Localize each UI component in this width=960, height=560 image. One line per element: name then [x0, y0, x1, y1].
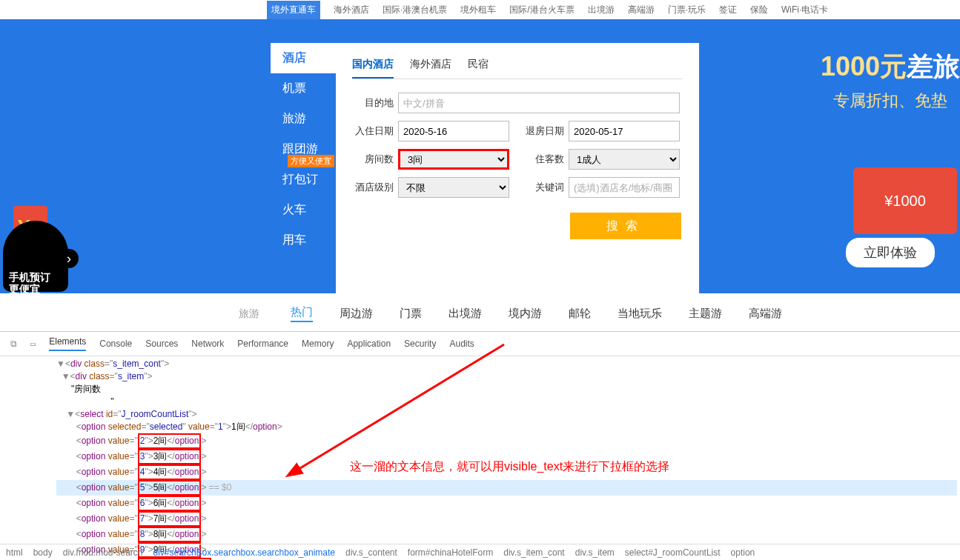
promo-card: ¥1000	[853, 167, 957, 234]
keyword-input[interactable]	[569, 177, 680, 198]
topnav-item[interactable]: 高端游	[628, 4, 655, 16]
topnav-item[interactable]: 海外酒店	[334, 4, 369, 16]
search-sidebar: 酒店 机票 旅游 跟团游方便又便宜 打包订 火车 用车	[271, 43, 336, 293]
room-count-select[interactable]: 3间	[398, 149, 509, 170]
devtab-performance[interactable]: Performance	[237, 339, 288, 349]
sidebar-flight[interactable]: 机票	[271, 73, 336, 104]
sidebar-travel[interactable]: 旅游	[271, 104, 336, 134]
tab-domestic[interactable]: 国内酒店	[352, 58, 394, 79]
label-checkin: 入住日期	[352, 124, 394, 138]
sub-nav: 旅游 热门 周边游 门票 出境游 境内游 邮轮 当地玩乐 主题游 高端游	[0, 293, 960, 331]
hotel-tabs: 国内酒店 海外酒店 民宿	[352, 58, 683, 79]
label-keyword: 关键词	[523, 181, 564, 194]
devtab-network[interactable]: Network	[191, 339, 224, 349]
sidebar-train[interactable]: 火车	[271, 195, 336, 225]
devtab-security[interactable]: Security	[404, 339, 436, 349]
guest-count-select[interactable]: 1成人	[569, 149, 680, 170]
label-rooms: 房间数	[352, 153, 394, 166]
subnav-item[interactable]: 境内游	[509, 307, 542, 321]
topnav-item[interactable]: 国际·港澳台机票	[383, 4, 447, 16]
subnav-item[interactable]: 邮轮	[569, 307, 591, 321]
devtools-breadcrumb[interactable]: html body div.mod.mod-search div#searchB…	[0, 544, 960, 560]
subnav-hot[interactable]: 热门	[291, 305, 313, 322]
destination-input[interactable]	[398, 93, 680, 113]
subnav-item[interactable]: 周边游	[340, 307, 373, 321]
label-guests: 住客数	[523, 153, 564, 166]
devtab-sources[interactable]: Sources	[145, 339, 178, 349]
label-checkout: 退房日期	[523, 124, 564, 138]
devtab-console[interactable]: Console	[99, 339, 132, 349]
topnav-item[interactable]: 保险	[750, 4, 768, 16]
devtools: ⧉ ▭ Elements Console Sources Network Per…	[0, 331, 960, 560]
device-icon[interactable]: ▭	[30, 339, 36, 349]
devtab-elements[interactable]: Elements	[49, 336, 86, 351]
hotel-level-select[interactable]: 不限	[398, 177, 509, 198]
devtab-application[interactable]: Application	[347, 339, 391, 349]
subnav-item[interactable]: 出境游	[448, 307, 482, 321]
promo: 1000元差旅 专属折扣、免垫 立即体验	[821, 49, 960, 267]
checkout-input[interactable]	[569, 121, 680, 141]
subnav-item[interactable]: 高端游	[749, 307, 782, 321]
dom-tree[interactable]: ▼<div class="s_item_cont"> ▼<div class="…	[0, 356, 960, 560]
tab-overseas[interactable]: 海外酒店	[410, 58, 451, 79]
subnav-item[interactable]: 当地玩乐	[618, 307, 662, 321]
subnav-left: 旅游	[239, 307, 259, 321]
sidebar-car[interactable]: 用车	[271, 225, 336, 256]
topnav-item[interactable]: 出境游	[588, 4, 615, 16]
annotation-text: 这一溜的文本信息，就可以用visible_text来进行下拉框的选择	[350, 459, 669, 475]
chevron-right-icon: ›	[59, 249, 79, 268]
subnav-item[interactable]: 主题游	[689, 307, 722, 321]
topnav-item[interactable]: 门票·玩乐	[668, 4, 706, 16]
topnav-item[interactable]: 签证	[719, 4, 737, 16]
search-button[interactable]: 搜索	[570, 213, 681, 239]
sidebar-package[interactable]: 打包订	[271, 164, 336, 195]
topnav-item[interactable]: 国际/港台火车票	[509, 4, 574, 16]
subnav-item[interactable]: 门票	[400, 307, 422, 321]
checkin-input[interactable]	[398, 121, 509, 141]
devtab-audits[interactable]: Audits	[449, 339, 474, 349]
label-level: 酒店级别	[352, 181, 394, 194]
label-dest: 目的地	[352, 96, 394, 110]
search-box: 国内酒店 海外酒店 民宿 目的地 入住日期 退房日期 房间数 3间 住客数 1成…	[336, 43, 699, 293]
promo-cta[interactable]: 立即体验	[846, 238, 935, 267]
topnav-item[interactable]: 境外租车	[460, 4, 496, 16]
sidebar-group[interactable]: 跟团游方便又便宜	[271, 134, 336, 164]
topnav-item[interactable]: WiFi·电话卡	[781, 4, 828, 16]
top-nav: 境外直通车 海外酒店 国际·港澳台机票 境外租车 国际/港台火车票 出境游 高端…	[0, 0, 960, 19]
devtools-tabs: ⧉ ▭ Elements Console Sources Network Per…	[0, 332, 960, 356]
topnav-active[interactable]: 境外直通车	[267, 1, 320, 19]
tab-minsu[interactable]: 民宿	[468, 58, 489, 79]
hero: 酒店 机票 旅游 跟团游方便又便宜 打包订 火车 用车 国内酒店 海外酒店 民宿…	[0, 19, 960, 293]
inspect-icon[interactable]: ⧉	[10, 339, 17, 349]
sidebar-hotel[interactable]: 酒店	[271, 43, 336, 73]
mobile-booking-float[interactable]: ¥ 手机预订更便宜 ›	[3, 206, 85, 302]
devtab-memory[interactable]: Memory	[302, 339, 334, 349]
